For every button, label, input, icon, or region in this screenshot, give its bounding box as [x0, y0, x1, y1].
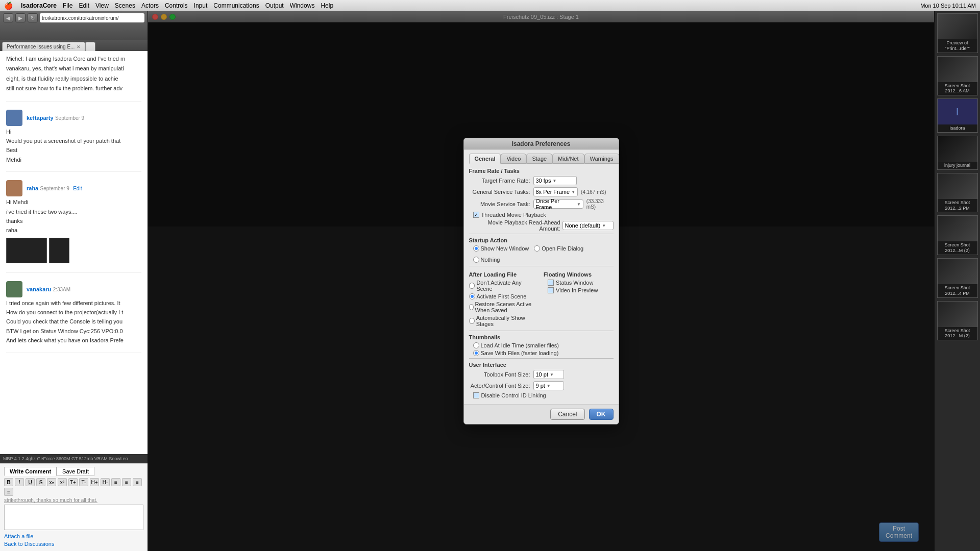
toolbox-font-select[interactable]: 10 pt ▼	[533, 370, 564, 379]
back-to-discussions-link[interactable]: Back to Discussions	[4, 541, 143, 547]
menu-input[interactable]: Input	[194, 2, 208, 9]
tab-warnings[interactable]: Warnings	[584, 154, 619, 164]
subscript-button[interactable]: x₂	[47, 478, 56, 486]
general-service-row: General Service Tasks: 8x Per Frame ▼ (4…	[469, 187, 614, 196]
save-draft-tab[interactable]: Save Draft	[57, 467, 94, 476]
strikethrough-button[interactable]: S	[36, 478, 45, 486]
underline-button[interactable]: U	[26, 478, 35, 486]
actor-font-select[interactable]: 9 pt ▼	[533, 381, 564, 390]
post-author[interactable]: keftaparty	[27, 115, 54, 121]
ok-button[interactable]: OK	[589, 409, 614, 420]
thumb-option-1[interactable]: Load At Idle Time (smaller files)	[473, 342, 614, 348]
cancel-button[interactable]: Cancel	[550, 409, 584, 420]
tab-video[interactable]: Video	[501, 154, 526, 164]
browser-content[interactable]: Michel: I am using Isadora Core and I've…	[0, 51, 148, 454]
forward-button[interactable]: ▶	[15, 13, 26, 22]
toolbox-font-label: Toolbox Font Size:	[469, 371, 530, 378]
comment-input[interactable]	[4, 505, 143, 530]
post-edit-link[interactable]: Edit	[73, 186, 82, 191]
radio-dot-icon	[473, 342, 479, 348]
menu-windows[interactable]: Windows	[290, 2, 315, 9]
attach-file-link[interactable]: Attach a file	[4, 533, 143, 539]
dropdown-arrow-icon: ▼	[550, 372, 554, 377]
h2-button[interactable]: H-	[101, 478, 110, 486]
thumb-option-2[interactable]: Save With Files (faster loading)	[473, 350, 614, 356]
thumbnail-row	[6, 238, 141, 263]
url-bar[interactable]: troikatronix.com/troikatronixforum/	[40, 13, 144, 22]
threaded-playback-checkbox[interactable]: ✓	[473, 212, 479, 218]
list-item[interactable]: Preview of "Print...rder"	[937, 13, 978, 53]
list-item[interactable]: injury journal	[937, 136, 978, 170]
tab-stage[interactable]: Stage	[526, 154, 552, 164]
menu-isadora[interactable]: IsadoraCore	[21, 2, 57, 9]
menu-view[interactable]: View	[95, 2, 109, 9]
startup-option-3[interactable]: Nothing	[473, 257, 500, 263]
post-author[interactable]: raha	[27, 185, 38, 191]
align-center-button[interactable]: ≡	[122, 478, 131, 486]
thumbnail-image	[938, 216, 977, 241]
status-window-checkbox[interactable]	[548, 280, 554, 286]
reload-button[interactable]: ↻	[28, 13, 38, 22]
menu-controls[interactable]: Controls	[165, 2, 188, 9]
toolbox-font-row: Toolbox Font Size: 10 pt ▼	[469, 370, 614, 379]
bold-button[interactable]: B	[4, 478, 13, 486]
write-comment-tab[interactable]: Write Comment	[4, 467, 57, 476]
list-item: vanakaru 2:33AM I tried once again with …	[6, 281, 141, 353]
menu-file[interactable]: File	[63, 2, 72, 9]
after-option-3[interactable]: Restore Scenes Active When Saved	[469, 301, 539, 313]
list-item: raha September 9 Edit Hi Mehdi i've trie…	[6, 180, 141, 273]
radio-dot-icon	[469, 304, 474, 310]
list-item[interactable]: Screen Shot 2012...M (2)	[937, 301, 978, 341]
menu-edit[interactable]: Edit	[79, 2, 89, 9]
threaded-playback-label: Threaded Movie Playback	[481, 212, 546, 218]
thumb-label-2: Save With Files (faster loading)	[481, 350, 559, 356]
list2-button[interactable]: ≡	[4, 488, 13, 496]
align-left-button[interactable]: ≡	[111, 478, 120, 486]
superscript-button[interactable]: x²	[58, 478, 67, 486]
general-service-select[interactable]: 8x Per Frame ▼	[533, 187, 578, 196]
list-item[interactable]: Screen Shot 2012...6 AM	[937, 56, 978, 96]
tab-general[interactable]: General	[469, 154, 501, 164]
readahead-select[interactable]: None (default) ▼	[562, 221, 614, 230]
menu-help[interactable]: Help	[321, 2, 333, 9]
italic-button[interactable]: I	[15, 478, 24, 486]
list-item[interactable]: Screen Shot 2012...2 PM	[937, 173, 978, 213]
apple-menu[interactable]: 🍎	[4, 2, 13, 10]
target-frame-rate-select[interactable]: 30 fps ▼	[533, 176, 577, 185]
list-item[interactable]: Ι Isadora	[937, 98, 978, 133]
video-preview-checkbox[interactable]	[548, 287, 554, 293]
menu-scenes[interactable]: Scenes	[115, 2, 135, 9]
list-item[interactable]: Screen Shot 2012...4 PM	[937, 258, 978, 298]
after-option-2[interactable]: Activate First Scene	[469, 293, 539, 299]
startup-option-2[interactable]: Open File Dialog	[534, 245, 583, 252]
menu-output[interactable]: Output	[265, 2, 284, 9]
after-option-1[interactable]: Don't Activate Any Scene	[469, 280, 539, 292]
browser-tab-2[interactable]	[85, 42, 95, 51]
menu-actors[interactable]: Actors	[141, 2, 159, 9]
post-author[interactable]: vanakaru	[27, 286, 51, 292]
list-item[interactable]: Screen Shot 2012...M (2)	[937, 215, 978, 255]
tab-close-icon[interactable]: ✕	[77, 44, 81, 49]
font-smaller-button[interactable]: T-	[79, 478, 88, 486]
list-button[interactable]: ≡	[133, 478, 142, 486]
movie-service-select[interactable]: Once Per Frame ▼	[533, 199, 583, 209]
tab-midinet[interactable]: Midi/Net	[552, 154, 584, 164]
disable-control-checkbox[interactable]	[473, 392, 479, 398]
thumbnail-label: Screen Shot 2012...6 AM	[938, 82, 977, 95]
general-service-note: (4.167 mS)	[581, 189, 606, 195]
list-item: Michel: I am using Isadora Core and I've…	[6, 55, 141, 102]
startup-option-1[interactable]: Show New Window	[473, 245, 529, 252]
menubar: 🍎 IsadoraCore File Edit View Scenes Acto…	[0, 0, 980, 11]
avatar	[6, 281, 22, 297]
back-button[interactable]: ◀	[3, 13, 13, 22]
menu-time: Mon 10 Sep 10:11 AM	[920, 3, 976, 9]
browser-tab-1[interactable]: Performance Issues using E... ✕	[2, 42, 85, 51]
after-option-4[interactable]: Automatically Show Stages	[469, 315, 539, 327]
h1-button[interactable]: H+	[90, 478, 99, 486]
font-larger-button[interactable]: T+	[68, 478, 78, 486]
video-preview-row: Video In Preview	[548, 287, 614, 293]
prefs-body: General Video Stage Midi/Net Warnings Fr…	[464, 149, 619, 404]
sysinfo-bar: MBP 4.1 2.4ghz GeForce 8600M GT 512mb VR…	[0, 454, 148, 463]
menu-communications[interactable]: Communications	[213, 2, 259, 9]
preferences-dialog: Isadora Preferences General Video Stage …	[463, 138, 619, 424]
